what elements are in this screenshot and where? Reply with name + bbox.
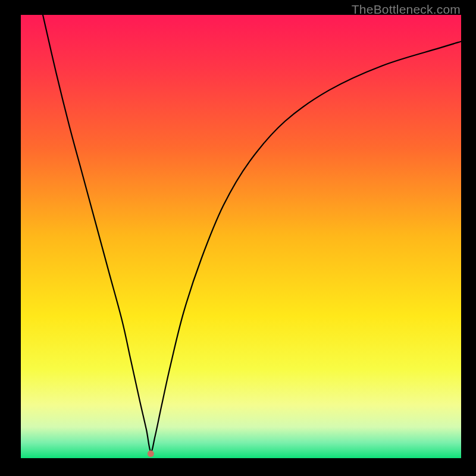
- chart-background: [21, 15, 461, 458]
- chart-frame: TheBottleneck.com: [0, 0, 476, 476]
- min-marker: [148, 450, 154, 457]
- watermark-text: TheBottleneck.com: [352, 2, 461, 17]
- bottleneck-chart: [21, 15, 461, 458]
